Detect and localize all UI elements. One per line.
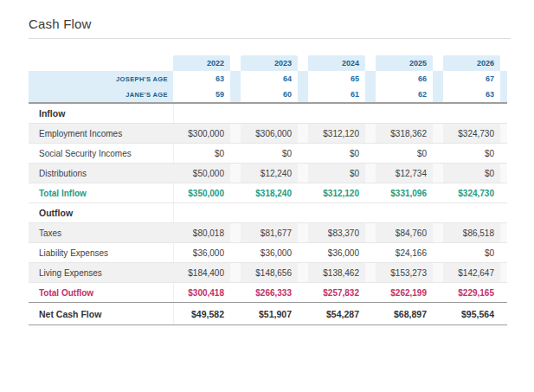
column-gap [230, 71, 241, 87]
year-header-2022: 2022 [173, 55, 230, 71]
cell-2025: $24,166 [376, 243, 433, 263]
cell-2025: $153,273 [376, 263, 433, 283]
cell-2025: $331,096 [376, 183, 433, 203]
row-inflow-section: Inflow [29, 103, 507, 124]
cell-2026: $324,730 [443, 124, 500, 144]
cell-2022 [173, 103, 230, 124]
janes-age-2023: 60 [241, 87, 298, 103]
cell-2022: $49,582 [173, 303, 230, 325]
cell-2026: $0 [443, 243, 500, 263]
year-header-2023: 2023 [241, 55, 298, 71]
column-gap [298, 223, 308, 243]
josephs-age-row: JOSEPH'S AGE 63 64 65 66 67 [29, 71, 507, 87]
column-gap [298, 243, 308, 263]
row-label: Total Outflow [29, 283, 173, 303]
cell-2024 [308, 103, 365, 124]
column-gap [500, 203, 507, 223]
cell-2022: $36,000 [173, 243, 230, 263]
column-gap [298, 183, 308, 203]
cell-2022 [173, 203, 230, 223]
cell-2023: $148,656 [241, 263, 298, 283]
column-gap [230, 144, 241, 164]
row-total-inflow: Total Inflow $350,000 $318,240 $312,120 … [29, 183, 507, 203]
cell-2025: $262,199 [376, 283, 433, 303]
column-gap [500, 144, 507, 164]
cell-2026: $0 [443, 144, 500, 164]
cell-2024: $0 [308, 164, 365, 183]
column-gap [365, 283, 376, 303]
column-gap [230, 283, 241, 303]
cell-2026: $229,165 [443, 283, 500, 303]
cell-2025 [376, 103, 433, 124]
josephs-age-2025: 66 [376, 71, 433, 87]
column-gap [230, 263, 241, 283]
cell-2024 [308, 203, 365, 223]
column-gap [433, 164, 443, 183]
column-gap [500, 243, 507, 263]
row-label: Social Security Incomes [29, 144, 173, 164]
cell-2024: $0 [308, 144, 365, 164]
corner-cell [29, 55, 173, 71]
column-gap [500, 263, 507, 283]
row-liability-expenses: Liability Expenses $36,000 $36,000 $36,0… [29, 243, 507, 263]
cell-2025: $84,760 [376, 223, 433, 243]
cell-2026: $142,647 [443, 263, 500, 283]
column-gap [433, 87, 443, 103]
column-gap [365, 55, 376, 71]
cash-flow-page: Cash Flow 2022 2023 2024 2025 2026 JOSEP… [0, 0, 534, 392]
column-gap [298, 263, 308, 283]
column-gap [230, 103, 241, 124]
column-gap [500, 183, 507, 203]
row-label: Distributions [29, 164, 173, 183]
column-gap [230, 223, 241, 243]
column-gap [365, 183, 376, 203]
column-gap [298, 144, 308, 164]
row-social-security-incomes: Social Security Incomes $0 $0 $0 $0 $0 [29, 144, 507, 164]
column-gap [433, 55, 443, 71]
row-label: Net Cash Flow [29, 303, 173, 325]
cell-2024: $83,370 [308, 223, 365, 243]
cell-2026 [443, 203, 500, 223]
column-gap [298, 283, 308, 303]
column-gap [500, 223, 507, 243]
column-gap [298, 87, 308, 103]
column-gap [365, 71, 376, 87]
cell-2025: $0 [376, 144, 433, 164]
year-header-row: 2022 2023 2024 2025 2026 [29, 55, 507, 71]
josephs-age-2024: 65 [308, 71, 365, 87]
column-gap [298, 71, 308, 87]
column-gap [500, 303, 507, 325]
column-gap [298, 164, 308, 183]
cell-2026: $324,730 [443, 183, 500, 203]
column-gap [365, 144, 376, 164]
cell-2026: $0 [443, 164, 500, 183]
column-gap [230, 87, 241, 103]
row-label: Taxes [29, 223, 173, 243]
cell-2023: $318,240 [241, 183, 298, 203]
column-gap [365, 87, 376, 103]
josephs-age-2022: 63 [173, 71, 230, 87]
column-gap [298, 55, 308, 71]
cell-2022: $80,018 [173, 223, 230, 243]
section-label: Inflow [29, 103, 173, 124]
cell-2023: $12,240 [241, 164, 298, 183]
cell-2022: $50,000 [173, 164, 230, 183]
column-gap [298, 124, 308, 144]
cell-2023 [241, 103, 298, 124]
cell-2022: $350,000 [173, 183, 230, 203]
josephs-age-label: JOSEPH'S AGE [29, 71, 173, 87]
cell-2022: $0 [173, 144, 230, 164]
column-gap [433, 124, 443, 144]
column-gap [365, 124, 376, 144]
column-gap [500, 283, 507, 303]
page-title: Cash Flow [29, 17, 511, 39]
janes-age-row: JANE'S AGE 59 60 61 62 63 [29, 87, 507, 103]
row-employment-incomes: Employment Incomes $300,000 $306,000 $31… [29, 124, 507, 144]
cell-2023: $81,677 [241, 223, 298, 243]
column-gap [298, 103, 308, 124]
cell-2024: $312,120 [308, 124, 365, 144]
janes-age-2025: 62 [376, 87, 433, 103]
column-gap [230, 243, 241, 263]
cell-2022: $184,400 [173, 263, 230, 283]
row-label: Employment Incomes [29, 124, 173, 144]
